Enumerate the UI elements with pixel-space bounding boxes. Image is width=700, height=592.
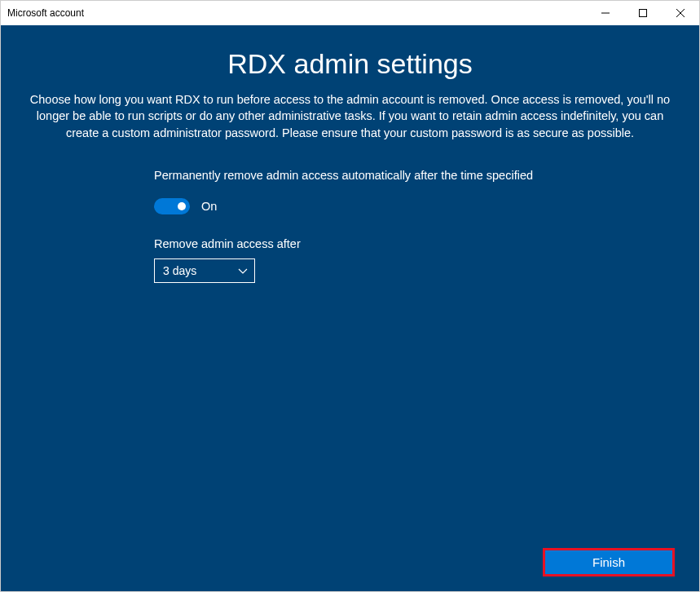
window-controls: [587, 1, 699, 25]
content-area: RDX admin settings Choose how long you w…: [1, 25, 699, 591]
page-title: RDX admin settings: [1, 48, 699, 80]
admin-access-toggle[interactable]: [154, 198, 190, 214]
maximize-icon: [639, 9, 647, 17]
window-title: Microsoft account: [7, 7, 587, 19]
svg-rect-1: [640, 10, 647, 17]
settings-area: Permanently remove admin access automati…: [154, 169, 699, 283]
close-icon: [676, 9, 685, 17]
toggle-row: On: [154, 198, 699, 214]
maximize-button[interactable]: [624, 1, 662, 25]
toggle-state-label: On: [201, 200, 217, 213]
dropdown-value: 3 days: [163, 264, 196, 277]
minimize-button[interactable]: [587, 1, 624, 25]
chevron-down-icon: [238, 266, 248, 276]
close-button[interactable]: [662, 1, 699, 25]
toggle-label: Permanently remove admin access automati…: [154, 169, 699, 182]
toggle-knob: [178, 202, 186, 210]
finish-button-label: Finish: [592, 555, 625, 569]
footer: Finish: [543, 548, 675, 577]
window: Microsoft account RDX admin settings Cho…: [0, 0, 700, 592]
dropdown-label: Remove admin access after: [154, 237, 699, 250]
minimize-icon: [601, 9, 610, 17]
titlebar: Microsoft account: [1, 1, 699, 25]
finish-button[interactable]: Finish: [543, 548, 675, 577]
page-description: Choose how long you want RDX to run befo…: [1, 91, 699, 141]
remove-access-dropdown[interactable]: 3 days: [154, 258, 255, 283]
